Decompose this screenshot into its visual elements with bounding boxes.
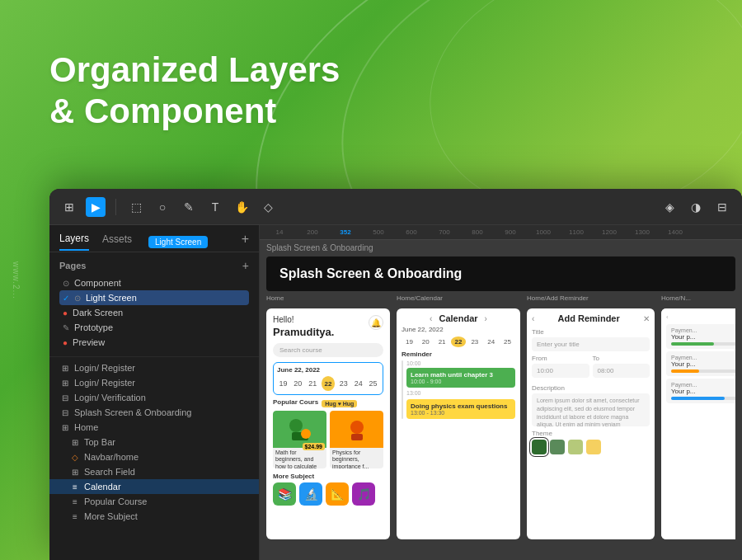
theme-color-4[interactable] — [586, 440, 601, 454]
cal-forward[interactable]: › — [485, 314, 487, 323]
layer-label-1: Login/ Register — [74, 363, 135, 373]
ruler-600: 600 — [395, 228, 428, 236]
layer-login-register-1[interactable]: ⊞ Login/ Register — [49, 360, 259, 375]
splash-header: Splash Screen & Onboarding — [266, 256, 735, 291]
tool-pen[interactable]: ✎ — [179, 197, 199, 217]
cal-title: Calendar — [439, 313, 477, 323]
tool-hand[interactable]: ✋ — [232, 197, 251, 217]
layer-more-subject[interactable]: ≡ More Subject — [49, 509, 259, 524]
layer-login-register-2[interactable]: ⊞ Login/ Register — [49, 375, 259, 390]
form-time-row: From 10:00 To 08:00 — [532, 355, 650, 381]
reminder-block-1[interactable]: Learn math until chapter 3 10:00 - 9:00 — [406, 368, 515, 388]
page-item-component[interactable]: ⊙ Component — [59, 275, 249, 290]
screen-labels-row: Home Home/Calendar Home/Add Reminder Hom… — [266, 294, 735, 302]
form-from-input[interactable]: 10:00 — [532, 364, 589, 378]
page-item-prototype[interactable]: ✎ Prototype — [59, 320, 249, 335]
ruler-1300: 1300 — [626, 228, 659, 236]
reminder-block-2[interactable]: Doing physics exam questions 13:00 - 13:… — [406, 399, 515, 419]
layer-icon-more: ≡ — [69, 512, 81, 521]
layer-search[interactable]: ⊞ Search Field — [49, 464, 259, 479]
page-label-component: Component — [74, 278, 121, 288]
label-payment: Home/N... — [661, 294, 735, 302]
splash-title: Splash Screen & Onboarding — [279, 266, 722, 281]
tab-layers[interactable]: Layers — [59, 233, 89, 251]
page-icon-prototype: ✎ — [63, 323, 69, 332]
page-item-preview[interactable]: ● Preview — [59, 335, 249, 350]
panel-add[interactable]: + — [242, 232, 249, 252]
cal-cell-25: 25 — [500, 336, 515, 347]
layer-home[interactable]: ⊞ Home — [49, 420, 259, 435]
ruler-200: 200 — [296, 228, 329, 236]
tab-assets[interactable]: Assets — [102, 233, 132, 250]
page-item-light-screen[interactable]: ✓ ⊙ Light Screen — [59, 290, 249, 305]
subject-icon-3[interactable]: 📐 — [326, 482, 349, 506]
canvas-content: Splash Screen & Onboarding Splash Screen… — [260, 240, 742, 560]
tool-shape[interactable]: ◇ — [258, 197, 278, 217]
subject-icon-4[interactable]: 🎵 — [352, 482, 375, 506]
form-title-input[interactable]: Enter your title — [532, 337, 650, 351]
toolbar: ⊞ ▶ ⬚ ○ ✎ T ✋ ◇ ◈ ◑ ⊟ — [49, 189, 742, 225]
subject-icon-1[interactable]: 📚 — [273, 482, 296, 506]
layer-label-search: Search Field — [84, 467, 135, 477]
reminder-time-1: 10:00 - 9:00 — [411, 379, 511, 384]
layer-icon-topbar: ⊞ — [69, 438, 81, 447]
reminder-time-2: 13:00 - 13:30 — [411, 410, 511, 416]
search-bar[interactable]: Search course — [273, 343, 383, 357]
form-to-input[interactable]: 08:00 — [593, 364, 650, 378]
course-card-1[interactable]: $24.99 Math for beginners, and how to ca… — [273, 411, 326, 468]
label-calendar: Home/Calendar — [397, 294, 520, 302]
layer-topbar[interactable]: ⊞ Top Bar — [49, 435, 259, 449]
tool-circle[interactable]: ○ — [153, 197, 172, 217]
cal-back[interactable]: ‹ — [430, 314, 432, 323]
cal-25: 25 — [367, 379, 379, 388]
pages-header: Pages + — [59, 259, 249, 272]
toolbar-right: ◈ ◑ ⊟ — [660, 197, 732, 217]
tool-component[interactable]: ◈ — [660, 197, 679, 217]
form-desc-label: Description — [532, 384, 650, 392]
pages-add-btn[interactable]: + — [242, 259, 249, 272]
layer-splash[interactable]: ⊟ Splash Screen & Onboarding — [49, 405, 259, 420]
tool-frame[interactable]: ⊞ — [59, 197, 79, 217]
form-desc-textarea[interactable]: Lorem ipsum dolor sit amet, consectetur … — [532, 393, 650, 426]
course-card-2[interactable]: Physics for beginners, importance f... 2… — [330, 411, 383, 468]
tool-text[interactable]: T — [205, 197, 225, 217]
payment-label-1: Paymen... — [671, 327, 735, 333]
home-greeting: Hello! — [273, 315, 334, 324]
page-icon-dark: ● — [63, 308, 68, 318]
layer-login-verification[interactable]: ⊟ Login/ Verification — [49, 390, 259, 405]
svg-point-3 — [350, 421, 364, 434]
layer-label-splash: Splash Screen & Onboarding — [74, 407, 191, 417]
layer-calendar[interactable]: ≡ Calendar — [49, 479, 259, 494]
theme-color-3[interactable] — [568, 440, 583, 454]
reminder-screen-content: ‹ Add Reminder ✕ Title Enter your title … — [527, 308, 655, 539]
page-item-dark-screen[interactable]: ● Dark Screen — [59, 305, 249, 320]
theme-color-2[interactable] — [550, 440, 565, 454]
layer-label-home: Home — [74, 422, 98, 432]
notif-icon[interactable]: 🔔 — [369, 315, 383, 330]
theme-color-1[interactable] — [532, 440, 547, 454]
form-from-col: From 10:00 — [532, 355, 589, 381]
form-to-label: To — [593, 355, 650, 362]
layer-icon-calendar: ≡ — [69, 482, 81, 492]
ruler-900: 900 — [494, 228, 527, 236]
cal-cell-19: 19 — [402, 336, 417, 347]
cal-cell-22[interactable]: 22 — [451, 336, 467, 347]
tool-share[interactable]: ⊟ — [712, 197, 732, 217]
payment-item-2: Paymen... Your p... — [666, 351, 735, 376]
tool-darkmode[interactable]: ◑ — [686, 197, 706, 217]
rem-close-btn[interactable]: ✕ — [643, 314, 650, 323]
layer-popular-course[interactable]: ≡ Popular Course — [49, 494, 259, 509]
time-bar — [402, 360, 403, 419]
light-screen-btn[interactable]: Light Screen — [148, 236, 208, 248]
courses-label: Popular Cours — [273, 398, 318, 406]
canvas-area[interactable]: 14 200 352 500 600 700 800 900 1000 1100… — [260, 225, 742, 560]
tool-rect[interactable]: ⬚ — [126, 197, 146, 217]
tool-pointer[interactable]: ▶ — [86, 197, 106, 217]
toolbar-sep-1 — [115, 199, 116, 215]
pages-title: Pages — [59, 261, 86, 271]
subject-icon-2[interactable]: 🔬 — [299, 482, 322, 506]
course-cards: $24.99 Math for beginners, and how to ca… — [273, 411, 383, 468]
rem-back-btn[interactable]: ‹ — [532, 314, 534, 323]
ruler-500: 500 — [362, 228, 395, 236]
layer-navbar[interactable]: ◇ Navbar/home — [49, 449, 259, 464]
